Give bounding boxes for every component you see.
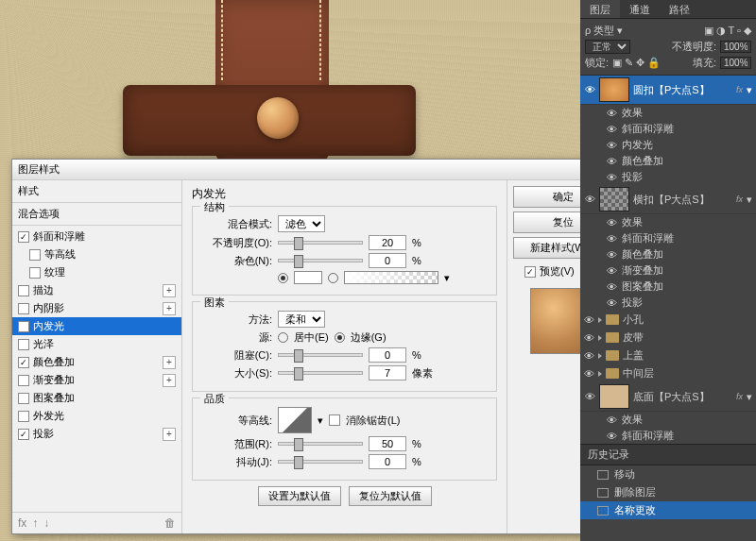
checkbox-icon[interactable] xyxy=(18,285,29,296)
plus-icon[interactable]: + xyxy=(163,428,176,441)
source-edge-radio[interactable] xyxy=(335,332,345,343)
range-input[interactable] xyxy=(369,436,406,451)
opacity-slider[interactable] xyxy=(278,241,363,245)
layer-row[interactable]: 👁圆扣【P大点S】fx▾ xyxy=(580,76,756,105)
eye-icon[interactable]: 👁 xyxy=(607,172,618,183)
eye-icon[interactable]: 👁 xyxy=(607,156,618,167)
size-input[interactable] xyxy=(369,365,406,380)
eye-icon[interactable]: 👁 xyxy=(607,265,618,277)
fx-header[interactable]: 👁效果 xyxy=(580,105,756,121)
checkbox-icon[interactable]: ✓ xyxy=(18,357,29,368)
eye-icon[interactable]: 👁 xyxy=(607,108,618,119)
style-gradoverlay[interactable]: 渐变叠加+ xyxy=(12,371,181,389)
checkbox-icon[interactable]: ✓ xyxy=(18,429,29,440)
fx-badge[interactable]: fx xyxy=(736,194,743,204)
style-dropshadow[interactable]: ✓投影+ xyxy=(12,425,181,443)
eye-icon[interactable]: 👁 xyxy=(584,84,595,95)
tab-layers[interactable]: 图层 xyxy=(580,0,620,18)
noise-slider[interactable] xyxy=(278,259,363,262)
layer-row[interactable]: 👁底面【P大点S】fx▾ xyxy=(580,382,756,412)
noise-input[interactable] xyxy=(369,253,406,268)
up-icon[interactable]: ↑ xyxy=(32,516,38,530)
fx-badge[interactable]: fx xyxy=(736,85,743,94)
style-bevel[interactable]: ✓斜面和浮雕 xyxy=(12,228,181,245)
eye-icon[interactable]: 👁 xyxy=(584,368,594,380)
style-contour[interactable]: 等高线 xyxy=(12,245,181,263)
jitter-slider[interactable] xyxy=(278,460,363,464)
kind-filter[interactable]: ρ 类型 ▾ xyxy=(585,24,623,38)
folder-row[interactable]: 👁上盖 xyxy=(580,347,756,364)
eye-icon[interactable]: 👁 xyxy=(607,140,618,151)
color-swatch[interactable] xyxy=(294,271,322,284)
eye-icon[interactable]: 👁 xyxy=(607,297,618,309)
preview-checkbox[interactable]: ✓ xyxy=(524,266,536,278)
fx-item[interactable]: 👁投影 xyxy=(580,169,756,185)
plus-icon[interactable]: + xyxy=(163,302,176,315)
folder-row[interactable]: 👁小孔 xyxy=(580,311,756,329)
history-item[interactable]: 移动 xyxy=(580,465,756,483)
triangle-icon[interactable] xyxy=(598,371,602,377)
styles-header[interactable]: 样式 xyxy=(12,180,181,203)
folder-row[interactable]: 👁中间层 xyxy=(580,364,756,382)
antialias-checkbox[interactable] xyxy=(329,414,340,426)
folder-row[interactable]: 👁皮带 xyxy=(580,329,756,347)
eye-icon[interactable]: 👁 xyxy=(607,124,618,135)
trash-icon[interactable]: 🗑 xyxy=(164,516,176,530)
method-select[interactable]: 柔和 xyxy=(278,311,325,328)
layer-opacity-input[interactable] xyxy=(720,41,751,53)
chevron-down-icon[interactable]: ▾ xyxy=(318,414,323,427)
opacity-input[interactable] xyxy=(369,235,406,250)
blend-select[interactable]: 正常 xyxy=(585,40,630,54)
fill-input[interactable] xyxy=(720,57,751,69)
triangle-icon[interactable] xyxy=(598,317,602,323)
down-icon[interactable]: ↓ xyxy=(43,516,49,530)
checkbox-icon[interactable] xyxy=(18,339,29,350)
color-radio[interactable] xyxy=(278,273,288,283)
checkbox-icon[interactable] xyxy=(18,375,29,386)
layer-thumb[interactable] xyxy=(599,384,629,409)
gradient-radio[interactable] xyxy=(328,273,338,283)
eye-icon[interactable]: 👁 xyxy=(607,217,618,228)
fx-item[interactable]: 👁投影 xyxy=(580,295,756,311)
lock-icons[interactable]: ▣ ✎ ✥ 🔒 xyxy=(612,57,661,69)
dialog-titlebar[interactable]: 图层样式 ✕ xyxy=(12,160,619,180)
triangle-icon[interactable] xyxy=(598,335,602,341)
checkbox-icon[interactable] xyxy=(29,267,41,279)
eye-icon[interactable]: 👁 xyxy=(584,350,594,362)
checkbox-icon[interactable] xyxy=(18,303,29,314)
blend-options-item[interactable]: 混合选项 xyxy=(12,203,181,226)
checkbox-icon[interactable]: ✓ xyxy=(18,231,29,243)
jitter-input[interactable] xyxy=(369,454,406,469)
contour-picker[interactable] xyxy=(278,407,312,433)
tab-paths[interactable]: 路径 xyxy=(660,0,699,18)
history-item[interactable]: 名称更改 xyxy=(580,501,756,519)
size-slider[interactable] xyxy=(278,371,363,375)
triangle-icon[interactable] xyxy=(598,353,602,359)
fx-item[interactable]: 👁斜面和浮雕 xyxy=(580,121,756,137)
choke-input[interactable] xyxy=(369,347,406,363)
history-tab[interactable]: 历史记录 xyxy=(580,445,756,465)
gradient-swatch[interactable] xyxy=(344,271,438,284)
fx-badge[interactable]: fx xyxy=(736,392,743,401)
range-slider[interactable] xyxy=(278,442,363,446)
checkbox-icon[interactable]: ✓ xyxy=(18,321,29,332)
eye-icon[interactable]: 👁 xyxy=(607,414,618,426)
checkbox-icon[interactable] xyxy=(29,249,41,261)
style-stroke[interactable]: 描边+ xyxy=(12,281,181,299)
style-innershadow[interactable]: 内阴影+ xyxy=(12,299,181,317)
layer-thumb[interactable] xyxy=(599,187,629,211)
chevron-down-icon[interactable]: ▾ xyxy=(747,194,752,206)
fx-item[interactable]: 👁图案叠加 xyxy=(580,279,756,295)
set-default-button[interactable]: 设置为默认值 xyxy=(258,486,341,506)
chevron-down-icon[interactable]: ▾ xyxy=(444,272,450,284)
chevron-down-icon[interactable]: ▾ xyxy=(747,84,752,96)
tab-channels[interactable]: 通道 xyxy=(620,0,660,18)
fx-item[interactable]: 👁斜面和浮雕 xyxy=(580,230,756,246)
fx-item[interactable]: 👁颜色叠加 xyxy=(580,153,756,169)
chevron-down-icon[interactable]: ▾ xyxy=(747,391,752,403)
style-coloroverlay[interactable]: ✓颜色叠加+ xyxy=(12,353,181,371)
fx-header[interactable]: 👁效果 xyxy=(580,412,756,428)
layer-thumb[interactable] xyxy=(599,77,629,102)
fx-item[interactable]: 👁内发光 xyxy=(580,137,756,153)
eye-icon[interactable]: 👁 xyxy=(584,194,595,205)
